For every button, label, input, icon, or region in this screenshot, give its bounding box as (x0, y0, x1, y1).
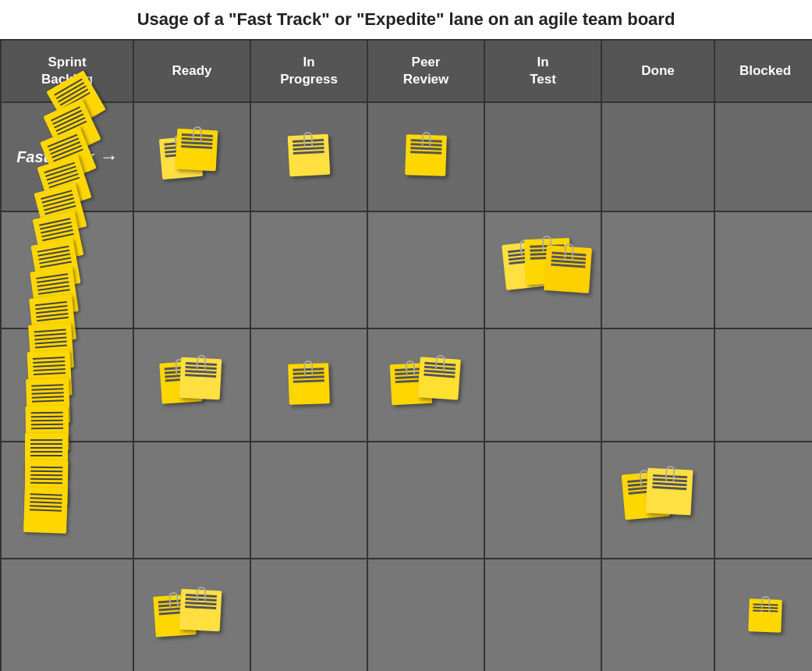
paperclip-icon (197, 587, 207, 603)
cell-r6-inprogress (251, 559, 368, 671)
cell-r5-inprogress (251, 442, 368, 559)
sticky-note (176, 129, 218, 172)
cell-r3-done (602, 212, 715, 329)
kanban-board: Sprint Backlog Ready InProgress PeerRevi… (0, 39, 812, 671)
backlog-notes-row3 (36, 231, 98, 309)
page-title: Usage of a "Fast Track" or "Expedite" la… (0, 0, 812, 39)
sticky-note (288, 134, 331, 177)
header-in-test: InTest (485, 41, 602, 103)
cell-r4-inprogress (251, 329, 368, 442)
cell-r5-done (602, 442, 715, 559)
sticky-note (288, 363, 330, 405)
note-group-r5-done (619, 465, 697, 535)
note-group-r4-ready (157, 354, 227, 417)
note-group-r3-intest (500, 235, 586, 305)
cell-ft-peerreview (368, 103, 485, 212)
cell-r3-peerreview (368, 212, 485, 329)
sticky-note (179, 589, 222, 632)
cell-r5-intest (485, 442, 602, 559)
cell-r4-backlog (2, 329, 134, 442)
sticky-note (179, 357, 222, 399)
sticky-note (645, 468, 693, 516)
cell-r6-intest (485, 559, 602, 671)
fast-track-text: Fast Track (16, 147, 94, 166)
header-peer-review: PeerReview (368, 41, 485, 103)
sticky-note (544, 245, 592, 293)
paperclip-icon (434, 354, 445, 371)
paperclip-icon (168, 592, 179, 609)
fast-track-label-cell: Fast Track → (2, 103, 134, 212)
cell-r4-peerreview (368, 329, 485, 442)
paperclip-icon (197, 354, 207, 371)
note-group-ft-peerreview (406, 135, 446, 179)
paperclip-icon (761, 596, 771, 612)
note-group-r6-ready (153, 586, 231, 648)
cell-r6-ready (134, 559, 251, 671)
note-group-r4-peerreview (389, 354, 463, 417)
cell-ft-inprogress (251, 103, 368, 212)
cell-r3-inprogress (251, 212, 368, 329)
cell-ft-blocked (715, 103, 812, 212)
cell-r5-blocked (715, 442, 812, 559)
cell-r6-backlog (2, 559, 134, 671)
sticky-note (417, 357, 461, 400)
cell-r3-blocked (715, 212, 812, 329)
header-done: Done (602, 41, 715, 103)
cell-ft-intest (485, 103, 602, 212)
note-group-ft-ready (157, 126, 227, 188)
cell-r6-peerreview (368, 559, 485, 671)
paperclip-icon (405, 360, 415, 376)
cell-r3-backlog (2, 212, 134, 329)
cell-r4-intest (485, 329, 602, 442)
cell-r3-intest (485, 212, 602, 329)
sticky-note (405, 134, 447, 176)
cell-ft-done (602, 103, 715, 212)
cell-r5-ready (134, 442, 251, 559)
paperclip-icon (421, 132, 431, 147)
header-ready: Ready (134, 41, 251, 103)
paperclip-icon (564, 243, 574, 260)
fast-track-arrow: → (99, 146, 118, 168)
cell-r4-blocked (715, 329, 812, 442)
note-group-r4-inprogress (289, 364, 329, 407)
header-blocked: Blocked (715, 41, 812, 103)
cell-r4-done (602, 329, 715, 442)
paperclip-icon (303, 132, 313, 148)
paperclip-icon (193, 126, 203, 143)
cell-r5-peerreview (368, 442, 485, 559)
cell-ft-ready (134, 103, 251, 212)
header-sprint-backlog: Sprint Backlog (2, 41, 134, 103)
note-group-ft-inprogress (289, 135, 329, 179)
paperclip-icon (665, 466, 675, 482)
cell-r5-backlog (2, 442, 134, 559)
cell-r6-blocked (715, 559, 812, 671)
cell-r6-done (602, 559, 715, 671)
cell-r4-ready (134, 329, 251, 442)
sticky-note (748, 598, 782, 632)
paperclip-icon (303, 360, 314, 375)
note-group-r6-blocked (749, 599, 782, 635)
header-in-progress: InProgress (251, 41, 368, 103)
cell-r3-ready (134, 212, 251, 329)
